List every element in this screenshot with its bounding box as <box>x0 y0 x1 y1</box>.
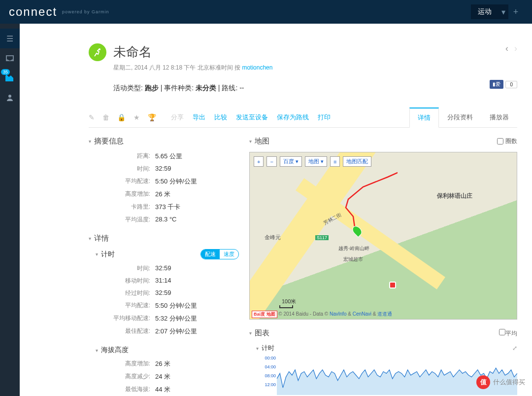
favorite-icon[interactable]: ★ <box>133 113 140 121</box>
stat-row: 平均温度:28.3 °C <box>89 216 239 224</box>
delete-icon[interactable]: 🗑 <box>102 113 109 121</box>
save-route-link[interactable]: 保存为路线 <box>277 113 309 122</box>
stat-value: 5:50 分钟/公里 <box>155 177 197 186</box>
stat-label: 时间: <box>89 264 155 273</box>
fb-like-count: 0 <box>505 81 517 88</box>
activity-title: 未命名 <box>113 43 505 61</box>
expand-chart-icon[interactable]: ⤢ <box>512 345 517 352</box>
share-link[interactable]: 分享 <box>171 113 184 122</box>
chart-timing-header[interactable]: 计时 <box>262 344 274 353</box>
print-link[interactable]: 打印 <box>318 113 331 122</box>
caret-down-icon: ▾ <box>89 236 91 241</box>
stat-label: 平均移动配速: <box>89 314 155 323</box>
stat-row: 最低海拔:44 米 <box>89 385 239 394</box>
tab-splits[interactable]: 分段资料 <box>439 108 481 127</box>
menu-icon[interactable]: ☰ <box>0 29 20 48</box>
stat-label: 高度增加: <box>89 360 155 368</box>
stat-value: 28.3 °C <box>155 216 177 224</box>
fb-like-button[interactable]: ▮爱 <box>490 80 503 89</box>
caret-down-icon: ▾ <box>96 348 98 353</box>
summary-header[interactable]: ▾ 摘要信息 <box>89 137 239 146</box>
timing-header[interactable]: 计时 <box>101 250 115 259</box>
trophy-icon[interactable]: 🏆 <box>148 113 156 121</box>
map-scale-label: 100米 <box>282 298 296 305</box>
notification-badge: 35 <box>1 69 10 75</box>
stat-label: 最佳配速: <box>89 327 155 336</box>
author-link[interactable]: motionchen <box>242 64 272 71</box>
stat-label: 高度减少: <box>89 372 155 381</box>
caret-down-icon: ▾ <box>249 139 252 144</box>
stat-value: 5:32 分钟/公里 <box>155 314 197 323</box>
map-container[interactable]: + − 百度 ▾ 地图 ▾ ≡ 地图匹配 保利林语山庄 金峰元 芳林二街 越秀·… <box>249 152 517 320</box>
elevation-header[interactable]: 海拔高度 <box>101 346 129 355</box>
stat-row: 经过时间:32:59 <box>89 289 239 297</box>
map-attribution: Bai度 地图 © 2014 Baidu - Data © NavInfo & … <box>252 311 515 318</box>
stat-value: 32:59 <box>155 165 171 173</box>
sport-button[interactable]: 运动 <box>471 4 499 19</box>
add-button[interactable]: + <box>508 4 523 19</box>
tool-links: 分享 导出 比较 发送至设备 保存为路线 打印 <box>171 113 331 122</box>
stat-value: 5.65 公里 <box>155 152 182 161</box>
stat-label: 经过时间: <box>89 289 155 297</box>
map-place-label: 金峰元 <box>265 234 281 241</box>
stat-value: 32:59 <box>155 264 171 273</box>
tab-player[interactable]: 播放器 <box>481 108 517 127</box>
profile-icon[interactable] <box>0 88 20 108</box>
laps-checkbox-label[interactable]: 圈数 <box>497 137 517 145</box>
caret-down-icon: ▾ <box>249 330 252 336</box>
chart-header[interactable]: ▾ 图表 平均 <box>249 328 517 338</box>
details-header[interactable]: ▾ 详情 <box>89 234 239 243</box>
stat-value: 31:14 <box>155 277 171 285</box>
lock-icon[interactable]: 🔒 <box>117 113 126 121</box>
caret-down-icon: ▾ <box>96 252 98 257</box>
stat-label: 最低海拔: <box>89 385 155 394</box>
map-scale-bar <box>279 305 293 308</box>
edit-icon[interactable]: ✎ <box>89 113 95 121</box>
inbox-icon[interactable] <box>0 48 20 68</box>
stat-row: 高度减少:24 米 <box>89 372 239 381</box>
top-dropdown[interactable]: ▾ <box>499 4 508 19</box>
stat-label: 高度增加: <box>89 190 155 199</box>
sidebar: ☰ 35 <box>0 24 20 396</box>
stat-row: 距离:5.65 公里 <box>89 152 239 161</box>
stat-value: 5:50 分钟/公里 <box>155 301 197 310</box>
watermark: 值 什么值得买 <box>476 375 525 389</box>
map-place-label: 保利林语山庄 <box>437 192 472 200</box>
prev-activity-button[interactable]: ‹ <box>505 43 508 54</box>
map-place-label: 宏城超市 <box>343 256 363 263</box>
stat-row: 平均移动配速:5:32 分钟/公里 <box>89 314 239 323</box>
stat-value: 24 米 <box>155 372 170 381</box>
logo-subtitle: powered by Garmin <box>62 9 109 14</box>
stat-label: 平均温度: <box>89 216 155 224</box>
caret-down-icon: ▾ <box>89 139 91 144</box>
stat-row: 卡路里:373 千卡 <box>89 203 239 212</box>
stat-value: 2:07 分钟/公里 <box>155 327 197 336</box>
gps-track <box>250 152 398 226</box>
laps-checkbox[interactable] <box>497 138 503 144</box>
stat-row: 时间:32:59 <box>89 165 239 173</box>
activity-meta: 活动类型: 跑步 | 事件种类: 未分类 | 路线: -- ▮爱 0 <box>113 84 517 93</box>
content-area: 未命名 星期二, 2014 八月 12 8:18 下午 北京标准时间 按 mot… <box>20 24 532 396</box>
avg-checkbox[interactable] <box>499 329 505 335</box>
map-place-label: 越秀·岭南山畔 <box>338 245 369 252</box>
watermark-icon: 值 <box>476 375 490 389</box>
send-device-link[interactable]: 发送至设备 <box>236 113 268 122</box>
compare-link[interactable]: 比较 <box>214 113 227 122</box>
stat-row: 移动时间:31:14 <box>89 277 239 285</box>
map-header[interactable]: ▾ 地图 圈数 <box>249 137 517 146</box>
stat-label: 平均配速: <box>89 177 155 186</box>
tab-details[interactable]: 详情 <box>409 108 439 128</box>
stat-label: 卡路里: <box>89 203 155 212</box>
stat-row: 时间:32:59 <box>89 264 239 273</box>
stat-row: 平均配速:5:50 分钟/公里 <box>89 177 239 186</box>
export-link[interactable]: 导出 <box>193 113 205 122</box>
pace-speed-toggle[interactable]: 配速 速度 <box>200 249 239 259</box>
stat-label: 时间: <box>89 165 155 173</box>
svg-point-0 <box>8 95 11 98</box>
next-activity-button[interactable]: › <box>514 43 517 54</box>
map-route-badge: S117 <box>315 235 329 240</box>
stat-row: 高度增加:26 米 <box>89 190 239 199</box>
stat-label: 平均配速: <box>89 301 155 310</box>
notifications-icon[interactable]: 35 <box>0 68 20 88</box>
avg-checkbox-label[interactable]: 平均 <box>499 329 517 338</box>
